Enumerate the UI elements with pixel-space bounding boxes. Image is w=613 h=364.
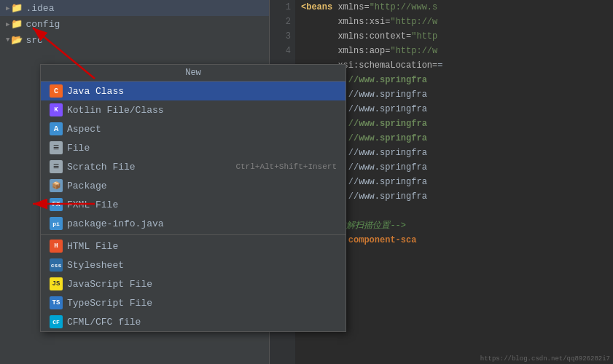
file-icon: ≡ xyxy=(50,141,63,154)
code-line: http://www.springfra xyxy=(301,87,607,102)
code-line: http://www.springfra xyxy=(301,131,607,146)
menu-item-aspect[interactable]: A Aspect xyxy=(41,119,345,138)
line-num xyxy=(270,335,291,349)
watermark: https://blog.csdn.net/qq8926282i7 xyxy=(480,355,610,363)
menu-item-stylesheet[interactable]: css Stylesheet xyxy=(41,256,345,274)
menu-item-js[interactable]: JS JavaScript File xyxy=(41,274,345,293)
code-line: http://www.springfra xyxy=(301,102,607,116)
menu-item-scratch-file[interactable]: ≡ Scratch File Ctrl+Alt+Shift+Insert xyxy=(41,157,345,176)
menu-item-label: TypeScript File xyxy=(67,298,152,309)
menu-item-label: Aspect xyxy=(67,124,101,135)
menu-item-label: JavaScript File xyxy=(67,279,152,290)
menu-item-java-class[interactable]: C Java Class xyxy=(41,82,345,100)
menu-item-ts[interactable]: TS TypeScript File xyxy=(41,293,345,312)
code-line: <context:component-sca xyxy=(301,233,607,248)
line-num: 2 xyxy=(270,15,291,29)
tree-item-film[interactable]: ▶ 📁 .idea xyxy=(0,0,269,16)
fxml-icon: FX xyxy=(50,198,63,211)
code-line: xmlns:context="http xyxy=(301,29,607,44)
arrow-icon: ▶ xyxy=(6,20,9,28)
code-line: <!-- 1.注解扫描位置--> xyxy=(301,218,607,233)
code-line: http://www.springfra xyxy=(301,146,607,160)
menu-item-cfml[interactable]: CF CFML/CFC file xyxy=(41,312,345,331)
menu-item-label: File xyxy=(67,143,90,154)
arrow-icon: ▼ xyxy=(6,36,9,44)
menu-item-label: Package xyxy=(67,181,107,191)
line-num: 4 xyxy=(270,44,291,58)
code-line: <beans xmlns="http://www.s xyxy=(301,0,607,15)
code-line xyxy=(301,320,607,335)
menu-item-label: HTML File xyxy=(67,241,118,252)
tree-item-src[interactable]: ▼ 📂 src xyxy=(0,32,269,48)
code-line xyxy=(301,306,607,320)
menu-item-label: package-info.java xyxy=(67,218,164,229)
js-icon: JS xyxy=(50,277,63,290)
menu-item-label: Stylesheet xyxy=(67,260,124,271)
tree-label: config xyxy=(26,19,60,30)
scratch-icon: ≡ xyxy=(50,160,63,173)
css-icon: css xyxy=(50,258,63,272)
folder-open-icon: 📂 xyxy=(11,34,23,46)
code-line xyxy=(301,248,607,262)
pkg-info-icon: pi xyxy=(50,217,63,230)
menu-item-fxml[interactable]: FX FXML File xyxy=(41,195,345,214)
code-line: xmlns:aop="http://w xyxy=(301,44,607,58)
code-line: xsi:schemaLocation== xyxy=(301,58,607,73)
code-line xyxy=(301,277,607,291)
tree-label: .idea xyxy=(26,3,54,14)
java-class-icon: C xyxy=(50,84,63,98)
menu-divider-1 xyxy=(41,234,345,235)
ts-icon: TS xyxy=(50,296,63,309)
menu-item-package[interactable]: 📦 Package xyxy=(41,176,345,195)
menu-item-label: Java Class xyxy=(67,86,124,97)
aspect-icon: A xyxy=(50,122,63,135)
cfml-icon: CF xyxy=(50,315,63,328)
code-line: xmlns:xsi="http://w xyxy=(301,15,607,29)
menu-item-label: CFML/CFC file xyxy=(67,317,141,328)
code-line xyxy=(301,291,607,306)
kotlin-icon: K xyxy=(50,103,63,116)
menu-item-kotlin-class[interactable]: K Kotlin File/Class xyxy=(41,100,345,119)
menu-item-label: Scratch File xyxy=(67,162,136,173)
menu-item-file[interactable]: ≡ File xyxy=(41,138,345,157)
code-line: http://www.springfra xyxy=(301,175,607,189)
menu-item-html[interactable]: H HTML File xyxy=(41,237,345,256)
code-line xyxy=(301,262,607,277)
context-menu: New C Java Class K Kotlin File/Class A A… xyxy=(40,64,346,332)
folder-icon: 📁 xyxy=(11,18,23,30)
menu-item-label: FXML File xyxy=(67,199,118,210)
arrow-icon: ▶ xyxy=(6,4,9,12)
html-icon: H xyxy=(50,240,63,253)
package-icon: 📦 xyxy=(50,179,63,192)
menu-item-pkg-info[interactable]: pi package-info.java xyxy=(41,214,345,233)
context-menu-title: New xyxy=(41,65,345,82)
code-line xyxy=(301,204,607,218)
line-num: 1 xyxy=(270,0,291,15)
code-line: http://www.springfra xyxy=(301,73,607,87)
line-num: 3 xyxy=(270,29,291,44)
folder-icon: 📁 xyxy=(11,2,23,14)
code-line xyxy=(301,335,607,349)
tree-label: src xyxy=(26,35,42,46)
line-num xyxy=(270,349,291,364)
code-line: http://www.springfra xyxy=(301,189,607,204)
scratch-shortcut: Ctrl+Alt+Shift+Insert xyxy=(235,162,337,171)
tree-item-config[interactable]: ▶ 📁 config xyxy=(0,16,269,32)
code-line: http://www.springfra xyxy=(301,160,607,175)
code-line: http://www.springfra xyxy=(301,116,607,131)
menu-item-label: Kotlin File/Class xyxy=(67,105,164,116)
